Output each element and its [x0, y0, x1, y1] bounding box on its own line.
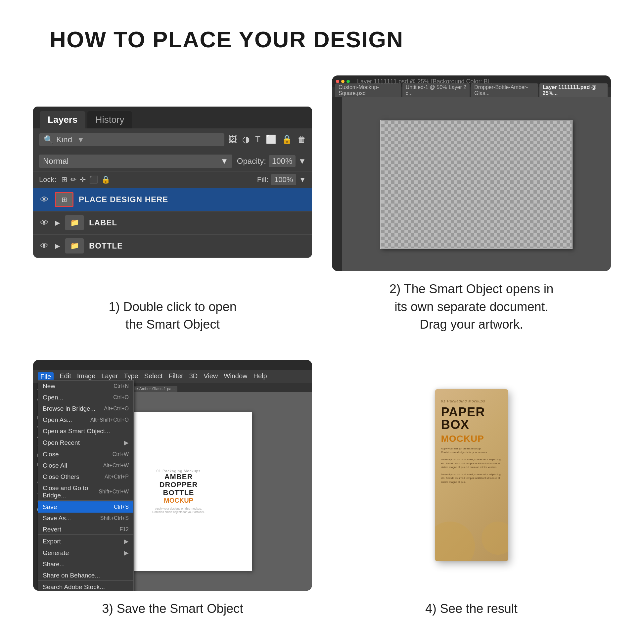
- kind-label: Kind: [56, 135, 72, 144]
- opacity-label: Opacity:: [237, 157, 266, 166]
- paperbox-screenshot: 01 Packaging Mockups PAPER BOX MOCKUP Ap…: [332, 360, 611, 591]
- menu-layer[interactable]: Layer: [101, 372, 118, 381]
- menu-edit[interactable]: Edit: [60, 372, 71, 381]
- blend-mode-select[interactable]: Normal ▼: [39, 155, 232, 168]
- canvas-screenshot: Layer 1111111.psd @ 25% [Background Colo…: [332, 75, 611, 271]
- tab-history[interactable]: History: [87, 111, 132, 128]
- doc-title-2: DROPPER: [160, 481, 198, 489]
- close-dot[interactable]: [336, 80, 339, 83]
- layer-name-bottle: BOTTLE: [89, 241, 306, 251]
- arrow-icon-bottle[interactable]: ▶: [55, 242, 60, 250]
- layer-row-place-design[interactable]: 👁 ⊞ PLACE DESIGN HERE: [33, 188, 312, 211]
- menu-type[interactable]: Type: [124, 372, 138, 381]
- menu-item-save[interactable]: SaveCtrl+S: [38, 501, 133, 513]
- shape-filter-icon[interactable]: ⬜: [266, 134, 276, 145]
- trash-icon[interactable]: 🗑: [298, 134, 306, 145]
- menu-window[interactable]: Window: [224, 372, 247, 381]
- menu-select[interactable]: Select: [144, 372, 163, 381]
- menu-item-searchstock[interactable]: Search Adobe Stock...: [38, 581, 133, 591]
- menu-item-close[interactable]: CloseCtrl+W: [38, 449, 133, 460]
- fill-value[interactable]: 100%: [271, 174, 296, 185]
- image-filter-icon[interactable]: 🖼: [228, 134, 237, 145]
- search-icon: 🔍: [44, 135, 54, 144]
- layer-thumb-bottle: 📁: [65, 238, 84, 253]
- folder-icon-bottle: 📁: [70, 242, 79, 250]
- blend-chevron-icon: ▼: [220, 157, 228, 166]
- ps-tab-1[interactable]: Custom-Mockup-Square.psd: [335, 83, 401, 97]
- menu-item-revert[interactable]: RevertF12: [38, 524, 133, 535]
- menu-item-saveas[interactable]: Save As...Shift+Ctrl+S: [38, 513, 133, 524]
- menu-item-new[interactable]: NewCtrl+N: [38, 381, 133, 392]
- menu-item-openas[interactable]: Open As...Alt+Shift+Ctrl+O: [38, 414, 133, 426]
- toolbar-icons: 🖼 ◑ T ⬜ 🔒 🗑: [228, 134, 306, 145]
- adjustment-filter-icon[interactable]: ◑: [242, 134, 250, 145]
- cell-2: Layer 1111111.psd @ 25% [Background Colo…: [332, 75, 611, 333]
- menu-view[interactable]: View: [204, 372, 218, 381]
- maximize-dot[interactable]: [346, 80, 350, 83]
- menu-item-browse[interactable]: Browse in Bridge...Alt+Ctrl+O: [38, 403, 133, 414]
- ps-tab-2[interactable]: Untitled-1 @ 50% Layer 2 c...: [402, 83, 470, 97]
- ps-tab-3[interactable]: Dropper-Bottle-Amber-Glas...: [471, 83, 538, 97]
- menu-filter[interactable]: Filter: [168, 372, 183, 381]
- layers-panel: Layers History 🔍 Kind ▼ 🖼 ◑ T: [33, 107, 312, 258]
- eye-icon-place-design[interactable]: 👁: [39, 195, 50, 205]
- menu-image[interactable]: Image: [77, 372, 96, 381]
- paper-box: 01 Packaging Mockups PAPER BOX MOCKUP Ap…: [435, 389, 508, 561]
- smart-object-icon: ⊞: [62, 196, 67, 204]
- tab-layers[interactable]: Layers: [40, 111, 85, 128]
- lock-paint-icon[interactable]: ✏: [70, 175, 76, 184]
- caption-3: 3) Save the Smart Object: [102, 600, 243, 618]
- ps-tabs: Custom-Mockup-Square.psd Untitled-1 @ 50…: [332, 87, 611, 97]
- paper-box-area: 01 Packaging Mockups PAPER BOX MOCKUP Ap…: [332, 360, 611, 591]
- doc-title-1: AMBER: [164, 473, 193, 481]
- arrow-icon-label[interactable]: ▶: [55, 219, 60, 227]
- menu-item-closeothers[interactable]: Close OthersAlt+Ctrl+P: [38, 471, 133, 483]
- ps-tab-active[interactable]: Layer 1111111.psd @ 25%...: [539, 83, 608, 97]
- menu-file[interactable]: File: [38, 372, 54, 381]
- ps-filemenu: File Edit Image Layer Type Select Filter…: [33, 360, 312, 591]
- eye-icon-bottle[interactable]: 👁: [39, 241, 50, 251]
- lock-label: Lock:: [39, 175, 57, 184]
- lock-move-icon[interactable]: ✛: [80, 175, 86, 184]
- pb-title-mockup: MOCKUP: [441, 434, 502, 444]
- paper-box-circle-1: [435, 522, 475, 561]
- menu-item-sharebehance[interactable]: Share on Behance...: [38, 570, 133, 581]
- lock-artboard-icon[interactable]: ⬛: [89, 175, 98, 184]
- page-title: HOW TO PLACE YOUR DESIGN: [50, 26, 403, 52]
- search-kind-input[interactable]: 🔍 Kind ▼: [39, 133, 224, 146]
- opacity-row: Opacity: 100% ▼: [237, 155, 306, 167]
- menu-item-export[interactable]: Export▶: [38, 535, 133, 547]
- lock-icons: ⊞ ✏ ✛ ⬛ 🔒: [61, 175, 110, 184]
- minimize-dot[interactable]: [341, 80, 345, 83]
- menu-help[interactable]: Help: [253, 372, 267, 381]
- pb-subtitle: 01 Packaging Mockups: [441, 399, 502, 403]
- fill-row: Fill: 100% ▼: [257, 174, 306, 185]
- lock-transparency-icon[interactable]: ⊞: [61, 175, 67, 184]
- layer-row-label[interactable]: 👁 ▶ 📁 LABEL: [33, 211, 312, 235]
- layer-thumb-place-design: ⊞: [55, 192, 73, 207]
- cell-3: File Edit Image Layer Type Select Filter…: [33, 360, 312, 618]
- menu-item-closebridge[interactable]: Close and Go to Bridge...Shift+Ctrl+W: [38, 483, 133, 501]
- layer-row-bottle[interactable]: 👁 ▶ 📁 BOTTLE: [33, 235, 312, 258]
- ps-left-tools: [332, 97, 342, 271]
- ps-canvas: Layer 1111111.psd @ 25% [Background Colo…: [332, 75, 611, 271]
- menu-item-opensmart[interactable]: Open as Smart Object...: [38, 426, 133, 437]
- text-filter-icon[interactable]: T: [255, 134, 260, 145]
- opacity-value[interactable]: 100%: [269, 155, 296, 167]
- lock-all-icon[interactable]: 🔒: [101, 175, 110, 184]
- doc-brand-label: 01 Packaging Mockups: [157, 469, 201, 473]
- smartobj-filter-icon[interactable]: 🔒: [282, 134, 292, 145]
- layers-tabs: Layers History: [33, 107, 312, 128]
- opacity-chevron-icon: ▼: [298, 157, 306, 166]
- menu-3d[interactable]: 3D: [189, 372, 198, 381]
- ps-file-dropdown: NewCtrl+N Open...Ctrl+O Browse in Bridge…: [38, 380, 134, 591]
- pb-title-main: PAPER BOX: [441, 406, 502, 431]
- menu-item-share[interactable]: Share...: [38, 559, 133, 570]
- menu-item-closeall[interactable]: Close AllAlt+Ctrl+W: [38, 460, 133, 471]
- menu-item-generate[interactable]: Generate▶: [38, 547, 133, 559]
- menu-item-recent[interactable]: Open Recent▶: [38, 437, 133, 448]
- caption-1: 1) Double click to open the Smart Object: [109, 298, 237, 333]
- eye-icon-label[interactable]: 👁: [39, 218, 50, 228]
- menu-item-open[interactable]: Open...Ctrl+O: [38, 392, 133, 403]
- filemenu-screenshot: File Edit Image Layer Type Select Filter…: [33, 360, 312, 591]
